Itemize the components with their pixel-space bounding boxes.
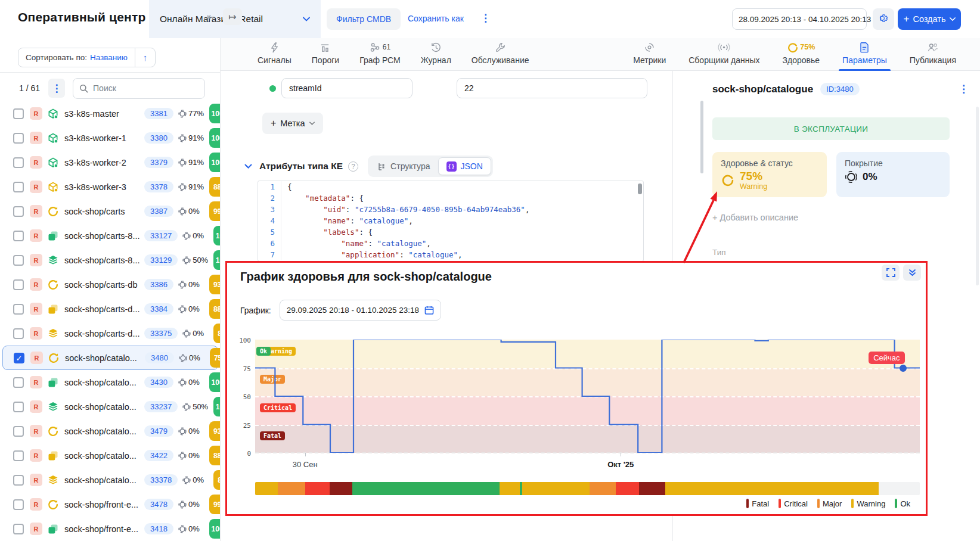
health-chart-plot[interactable]: 1007550250WarningOkMajorCriticalFatalСей… <box>255 340 920 453</box>
details-kebab-icon[interactable]: ⋮ <box>959 84 969 94</box>
ci-id-pill[interactable]: 33129 <box>144 254 178 266</box>
ci-name[interactable]: s3-k8s-worker-2 <box>64 158 143 167</box>
editor-scrollbar[interactable] <box>638 184 642 194</box>
tab-публикация[interactable]: Публикация <box>903 36 963 70</box>
ci-id-pill[interactable]: 3386 <box>144 279 173 290</box>
list-item[interactable]: R s3-k8s-master3381 77%100% <box>0 101 221 126</box>
row-checkbox[interactable] <box>13 499 24 510</box>
row-checkbox[interactable] <box>13 108 24 119</box>
ci-name[interactable]: s3-k8s-master <box>64 109 143 119</box>
list-item[interactable]: R s3-k8s-worker-23379 91%100% <box>0 150 221 175</box>
ci-name[interactable]: sock-shop/carts <box>64 207 143 216</box>
ci-name[interactable]: sock-shop/carts-8... <box>64 256 143 265</box>
ci-name[interactable]: sock-shop/catalo... <box>65 353 144 363</box>
ci-id-badge[interactable]: ID:3480 <box>820 83 860 95</box>
ci-name[interactable]: sock-shop/catalo... <box>64 402 143 412</box>
section-collapse-icon[interactable] <box>244 164 252 169</box>
list-item[interactable]: R s3-k8s-worker-33378 91%88% <box>0 175 221 199</box>
tab-здоровье[interactable]: 75%Здоровье <box>776 36 827 70</box>
ci-name[interactable]: sock-shop/catalo... <box>64 475 143 485</box>
ci-id-pill[interactable]: 3380 <box>144 132 173 144</box>
list-item[interactable]: R sock-shop/carts3387 0%99% <box>0 199 221 223</box>
expand-right-icon[interactable]: ↦ <box>223 8 242 25</box>
ci-name[interactable]: sock-shop/carts-db <box>64 280 143 290</box>
list-item[interactable]: R sock-shop/catalo...3422 0%88% <box>0 443 221 468</box>
filter-cmdb-button[interactable]: Фильтр CMDB <box>327 8 401 30</box>
ci-name[interactable]: sock-shop/carts-8... <box>64 231 143 241</box>
json-editor[interactable]: 1{2 "metadata": {3 "uid": "c7255b8a-6679… <box>258 181 644 262</box>
row-checkbox[interactable] <box>13 377 24 388</box>
expand-icon[interactable] <box>882 265 900 281</box>
list-item[interactable]: R sock-shop/catalo...3479 0%93% <box>0 419 221 443</box>
ci-name[interactable]: sock-shop/catalo... <box>64 427 143 436</box>
row-checkbox[interactable]: ✓ <box>14 353 24 363</box>
search-input[interactable] <box>93 83 182 93</box>
row-checkbox[interactable] <box>13 328 24 339</box>
row-checkbox[interactable] <box>13 279 24 290</box>
sort-by-button[interactable]: Сортировать по: Названию <box>18 48 135 67</box>
ci-id-pill[interactable]: 33378 <box>144 474 178 486</box>
ci-id-pill[interactable]: 3378 <box>144 181 173 192</box>
list-item[interactable]: R sock-shop/catalo...33237 50%100% <box>0 394 221 419</box>
ci-id-pill[interactable]: 3418 <box>144 523 173 534</box>
row-checkbox[interactable] <box>13 426 24 437</box>
ci-id-pill[interactable]: 3387 <box>144 206 173 217</box>
health-status-card[interactable]: Здоровье & статус 75% Warning <box>712 152 827 197</box>
row-checkbox[interactable] <box>13 450 24 461</box>
tab-structure[interactable]: Структура <box>370 157 438 175</box>
label-value-input[interactable]: 22 <box>457 78 647 98</box>
row-checkbox[interactable] <box>13 206 24 217</box>
ci-id-pill[interactable]: 3478 <box>144 499 173 510</box>
ci-name[interactable]: s3-k8s-worker-1 <box>64 133 143 143</box>
ci-name[interactable]: sock-shop/front-e... <box>64 500 143 509</box>
tab-граф-рсм[interactable]: 61Граф РСМ <box>352 36 408 70</box>
list-item[interactable]: R sock-shop/front-e...3478 0%99% <box>0 492 221 517</box>
settings-button[interactable] <box>873 8 894 30</box>
ci-id-pill[interactable]: 3422 <box>144 450 173 461</box>
list-item[interactable]: R sock-shop/carts-8...33127 0%100% <box>0 223 221 248</box>
tab-пороги[interactable]: Пороги <box>305 36 346 70</box>
ci-id-pill[interactable]: 3379 <box>144 157 173 168</box>
list-item[interactable]: R sock-shop/carts-d...3384 0%88% <box>0 297 221 321</box>
row-checkbox[interactable] <box>13 475 24 486</box>
label-key-input[interactable]: streamId <box>281 78 413 98</box>
ci-id-pill[interactable]: 33127 <box>144 230 178 241</box>
row-checkbox[interactable] <box>13 157 24 168</box>
page-scrollbar[interactable] <box>976 107 979 285</box>
ci-name[interactable]: sock-shop/carts-d... <box>64 304 143 314</box>
list-item[interactable]: R sock-shop/catalo...3430 0%100% <box>0 370 221 394</box>
list-item[interactable]: R sock-shop/carts-db3386 0%93% <box>0 272 221 297</box>
tab-обслуживание[interactable]: Обслуживание <box>464 36 536 70</box>
ci-id-pill[interactable]: 3384 <box>144 303 173 315</box>
panel-scrollbar[interactable] <box>700 101 703 173</box>
list-item[interactable]: R sock-shop/carts-d...33375 0%88% <box>0 321 221 346</box>
row-checkbox[interactable] <box>13 231 24 241</box>
add-description-link[interactable]: + Добавить описание <box>712 213 798 222</box>
ci-name[interactable]: s3-k8s-worker-3 <box>64 182 143 192</box>
chart-period-picker[interactable]: 29.09.2025 20:18 - 01.10.2025 23:18 <box>280 300 441 321</box>
ci-id-pill[interactable]: 33375 <box>144 328 178 339</box>
row-checkbox[interactable] <box>13 133 24 144</box>
collapse-left-icon[interactable]: ⇤ <box>201 8 221 25</box>
ci-name[interactable]: sock-shop/front-e... <box>64 524 143 534</box>
ci-id-pill[interactable]: 33237 <box>144 401 178 412</box>
save-as-link[interactable]: Сохранить как <box>408 14 464 23</box>
list-item[interactable]: R sock-shop/catalo...33378 0%88% <box>0 468 221 492</box>
double-chevron-down-icon[interactable] <box>903 265 921 281</box>
tab-сборщики-данных[interactable]: Сборщики данных <box>681 36 767 70</box>
coverage-card[interactable]: Покрытие 0% <box>836 152 950 197</box>
sort-direction-button[interactable]: ↑ <box>135 48 155 67</box>
tab-параметры[interactable]: Параметры <box>835 36 894 70</box>
row-checkbox[interactable] <box>13 255 24 266</box>
list-item[interactable]: R sock-shop/carts-8...33129 50%100% <box>0 248 221 272</box>
row-checkbox[interactable] <box>13 182 24 192</box>
help-icon[interactable]: ? <box>348 161 358 172</box>
ci-name[interactable]: sock-shop/carts-d... <box>64 329 143 338</box>
tab-json[interactable]: { } JSON <box>438 157 491 175</box>
add-label-button[interactable]: + Метка <box>262 113 323 134</box>
ci-name[interactable]: sock-shop/catalo... <box>64 378 143 387</box>
ci-id-pill[interactable]: 3381 <box>144 108 173 119</box>
list-kebab-icon[interactable]: ⋮ <box>48 79 65 98</box>
row-checkbox[interactable] <box>13 402 24 412</box>
tab-метрики[interactable]: Метрики <box>626 36 673 70</box>
